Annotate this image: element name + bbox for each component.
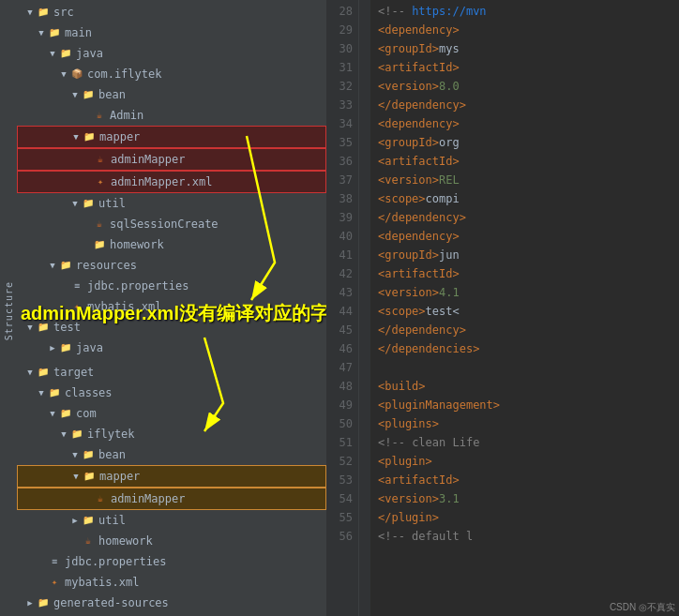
tree-item-main[interactable]: 📁 main (17, 23, 326, 43)
arrow-target (24, 367, 36, 378)
tree-label-target: target (53, 363, 94, 382)
arrow-com (58, 68, 69, 80)
line-num: 54 (326, 489, 353, 508)
code-line-52: <plugin> (378, 452, 671, 471)
arrow-jdbc (58, 280, 69, 292)
arrow-iflytek2 (58, 428, 69, 440)
folder-icon-bean2: 📁 (81, 447, 96, 462)
tree-label-resources: resources (76, 256, 137, 275)
tree-item-resources[interactable]: 📁 resources (17, 255, 326, 276)
tree-item-gen-sources[interactable]: 📁 generated-sources (17, 593, 326, 613)
tree-item-admin-mapper-xml[interactable]: ✦ adminMapper.xml (17, 171, 326, 193)
tree-label-com-iflytek: com.iflytek (87, 65, 161, 83)
line-num: 45 (326, 321, 353, 339)
line-num: 36 (326, 152, 353, 171)
tree-item-src[interactable]: 📁 src (17, 2, 326, 23)
arrow-test-java (47, 342, 58, 353)
arrow-gen-sources (24, 597, 36, 608)
folder-icon-mapper2: 📁 (82, 469, 97, 484)
tree-label-homework2: homework (98, 532, 153, 550)
tree-label-bean: bean (98, 85, 126, 104)
tree-item-homework2[interactable]: ☕ homework (17, 531, 326, 551)
arrow-java (47, 48, 58, 59)
java-icon-admin-mapper: ☕ (93, 152, 108, 167)
code-content[interactable]: <!-- https://mvn <dependency> <groupId>m… (370, 0, 679, 616)
arrow-bean2 (69, 449, 81, 460)
folder-icon-gen-sources: 📁 (36, 595, 51, 610)
java-icon-admin-mapper2: ☕ (93, 491, 108, 506)
line-num: 28 (326, 2, 353, 21)
code-editor-panel: 28 29 30 31 32 33 34 35 36 37 38 39 40 4… (326, 0, 679, 616)
tree-item-test-java[interactable]: 📁 java (17, 338, 326, 358)
tree-item-target[interactable]: 📁 target (17, 362, 326, 383)
line-num: 55 (326, 508, 353, 527)
code-line-31: <artifactId> (378, 58, 671, 77)
arrow-admin-mapper (82, 154, 93, 165)
code-area: 28 29 30 31 32 33 34 35 36 37 38 39 40 4… (326, 0, 679, 616)
tree-item-mapper2[interactable]: 📁 mapper (17, 465, 326, 488)
arrow-jdbc2 (36, 556, 47, 567)
tree-label-test-java: java (76, 338, 103, 357)
arrow-homework2 (69, 535, 81, 547)
tree-item-com2[interactable]: 📁 com (17, 403, 326, 424)
tree-label-java: java (76, 44, 103, 63)
arrow-resources (47, 260, 58, 271)
folder-icon-classes: 📁 (47, 385, 62, 400)
line-num: 34 (326, 114, 353, 133)
folder-icon-main: 📁 (47, 25, 62, 40)
line-num: 53 (326, 471, 353, 489)
folder-icon-test-java: 📁 (58, 340, 73, 355)
line-num: 50 (326, 414, 353, 433)
tree-label-jdbc2: jdbc.properties (65, 552, 166, 571)
arrow-src (24, 7, 36, 18)
arrow-mapper (70, 131, 82, 143)
code-line-46: </dependencies> (378, 339, 671, 358)
arrow-admin-mapper-xml (82, 176, 93, 188)
arrow-mapper2 (70, 471, 82, 482)
arrow-classes (36, 387, 47, 398)
code-line-32: <version>8.0 (378, 77, 671, 96)
tree-item-classes[interactable]: 📁 classes (17, 383, 326, 403)
tree-item-util[interactable]: 📁 util (17, 193, 326, 214)
sidebar-label: Structure (4, 281, 14, 340)
tree-item-util2[interactable]: 📁 util (17, 510, 326, 531)
tree-item-sql-session[interactable]: ☕ sqlSessionCreate (17, 214, 326, 234)
tree-item-java[interactable]: 📁 java (17, 43, 326, 64)
tree-item-iflytek2[interactable]: 📁 iflytek (17, 424, 326, 444)
line-numbers: 28 29 30 31 32 33 34 35 36 37 38 39 40 4… (326, 0, 359, 616)
tree-item-mybatis2[interactable]: ✦ mybatis.xml (17, 572, 326, 593)
line-num: 46 (326, 339, 353, 358)
tree-item-homework[interactable]: 📁 homework (17, 234, 326, 255)
code-line-42: <artifactId> (378, 264, 671, 283)
line-num: 31 (326, 58, 353, 77)
arrow-admin-mapper2 (82, 493, 93, 504)
tree-item-mapper[interactable]: 📁 mapper (17, 126, 326, 148)
line-num: 30 (326, 39, 353, 58)
tree-label-jdbc: jdbc.properties (87, 277, 189, 295)
tree-item-jdbc-properties[interactable]: ≡ jdbc.properties (17, 276, 326, 296)
code-line-40: <dependency> (378, 227, 671, 246)
tree-item-admin-mapper2[interactable]: ☕ adminMapper (17, 488, 326, 510)
tree-item-jdbc2[interactable]: ≡ jdbc.properties (17, 551, 326, 572)
sidebar-strip: Structure (0, 0, 17, 616)
code-line-28: <!-- https://mvn (378, 2, 671, 21)
line-num: 29 (326, 21, 353, 39)
tree-item-bean2[interactable]: 📁 bean (17, 444, 326, 465)
tree-item-com-iflytek[interactable]: 📦 com.iflytek (17, 64, 326, 84)
line-num: 35 (326, 133, 353, 152)
line-num: 38 (326, 189, 353, 208)
line-num: 44 (326, 302, 353, 321)
line-num: 49 (326, 396, 353, 414)
folder-icon-mapper: 📁 (82, 129, 97, 144)
folder-icon-bean: 📁 (81, 87, 96, 102)
tree-label-src: src (53, 3, 74, 22)
tree-label-admin: Admin (110, 106, 143, 125)
tree-item-bean[interactable]: 📁 bean (17, 84, 326, 105)
arrow-util (69, 198, 81, 209)
code-line-54: <version>3.1 (378, 489, 671, 508)
line-num: 51 (326, 433, 353, 452)
tree-item-admin-mapper[interactable]: ☕ adminMapper (17, 148, 326, 171)
code-line-41: <groupId>jun (378, 246, 671, 264)
line-num: 42 (326, 264, 353, 283)
tree-item-admin[interactable]: ☕ Admin (17, 105, 326, 126)
